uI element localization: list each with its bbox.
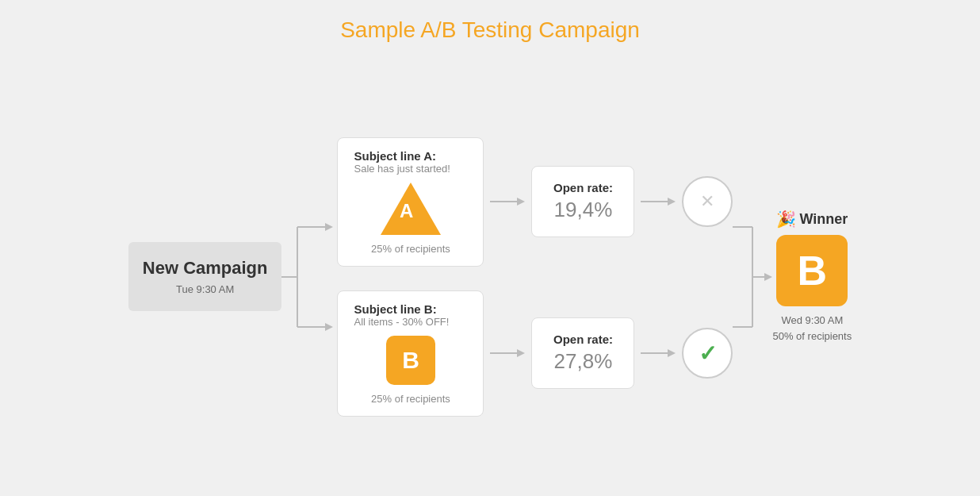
open-rate-box-a: Open rate: 19,4% bbox=[531, 166, 634, 237]
page-title: Sample A/B Testing Campaign bbox=[340, 17, 640, 43]
icon-triangle-a: A bbox=[381, 183, 441, 235]
winner-icon-big: B bbox=[776, 235, 848, 306]
subject-b-title: Subject line B: bbox=[354, 302, 467, 316]
arrow-b-to-decision bbox=[641, 345, 676, 361]
winner-label: 🎉 Winner bbox=[776, 210, 848, 229]
diagram-area: New Campaign Tue 9:30 AM bbox=[0, 57, 980, 496]
subject-a-title: Subject line A: bbox=[354, 149, 467, 163]
subject-card-b: Subject line B: All items - 30% OFF! B 2… bbox=[337, 290, 484, 417]
campaign-box: New Campaign Tue 9:30 AM bbox=[128, 242, 282, 311]
x-icon: ✕ bbox=[700, 191, 714, 212]
open-rate-box-b: Open rate: 27,8% bbox=[531, 317, 634, 389]
decision-circle-b: ✓ bbox=[682, 328, 733, 379]
variant-a-row: Subject line A: Sale has just started! A… bbox=[337, 137, 733, 267]
svg-marker-12 bbox=[517, 349, 525, 357]
open-rate-a-value: 19,4% bbox=[549, 198, 616, 222]
svg-marker-19 bbox=[764, 273, 772, 281]
arrow-a-to-rate bbox=[490, 194, 525, 210]
svg-marker-8 bbox=[517, 198, 525, 206]
svg-marker-14 bbox=[668, 349, 676, 357]
merge-connector bbox=[733, 194, 772, 360]
svg-marker-3 bbox=[325, 223, 333, 231]
winner-fire-icon: 🎉 bbox=[776, 210, 796, 229]
svg-marker-6 bbox=[325, 323, 333, 331]
decision-circle-a: ✕ bbox=[682, 176, 733, 227]
recipients-a: 25% of recipients bbox=[354, 243, 467, 255]
arrow-b-to-rate bbox=[490, 345, 525, 361]
fork-connector bbox=[281, 194, 337, 360]
variants-container: Subject line A: Sale has just started! A… bbox=[337, 137, 733, 417]
winner-column: 🎉 Winner B Wed 9:30 AM 50% of recipients bbox=[772, 210, 852, 344]
subject-a-text: Sale has just started! bbox=[354, 163, 467, 175]
variant-b-row: Subject line B: All items - 30% OFF! B 2… bbox=[337, 290, 733, 417]
winner-time: Wed 9:30 AM 50% of recipients bbox=[772, 313, 852, 344]
winner-text: Winner bbox=[799, 211, 848, 228]
recipients-b: 25% of recipients bbox=[354, 393, 467, 405]
open-rate-b-value: 27,8% bbox=[549, 349, 616, 374]
main-layout: New Campaign Tue 9:30 AM bbox=[32, 137, 948, 417]
icon-a-letter: A bbox=[400, 200, 413, 222]
open-rate-b-label: Open rate: bbox=[549, 333, 616, 346]
campaign-title: New Campaign bbox=[143, 258, 268, 279]
check-icon: ✓ bbox=[699, 340, 717, 367]
arrow-a-to-decision bbox=[641, 194, 676, 210]
icon-square-b-small: B bbox=[386, 336, 435, 385]
campaign-time: Tue 9:30 AM bbox=[143, 283, 268, 295]
subject-b-text: All items - 30% OFF! bbox=[354, 316, 467, 328]
subject-card-a: Subject line A: Sale has just started! A… bbox=[337, 137, 484, 267]
open-rate-a-label: Open rate: bbox=[549, 181, 616, 194]
svg-marker-10 bbox=[668, 198, 676, 206]
